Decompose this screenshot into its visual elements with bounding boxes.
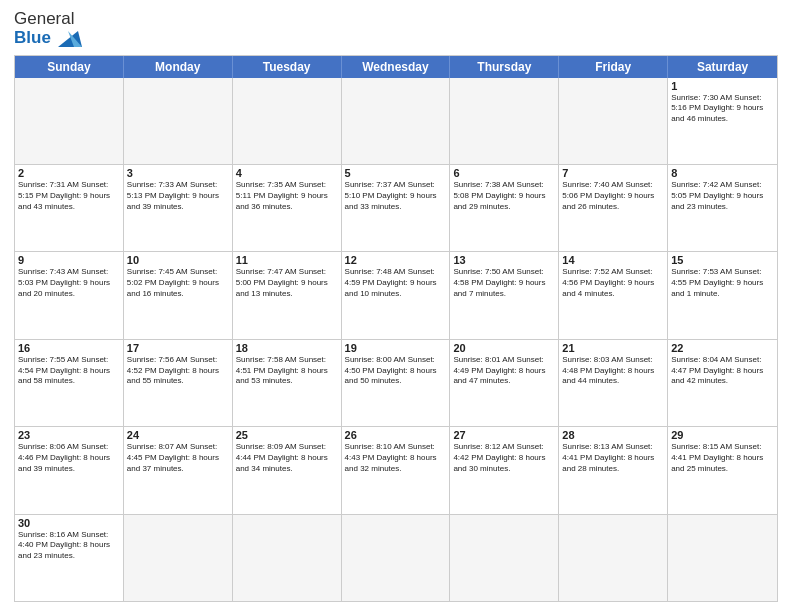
day-number: 23 bbox=[18, 429, 120, 441]
day-info: Sunrise: 7:47 AM Sunset: 5:00 PM Dayligh… bbox=[236, 267, 338, 299]
weekday-header-friday: Friday bbox=[559, 56, 668, 78]
header: General Blue bbox=[14, 10, 778, 49]
weekday-header-tuesday: Tuesday bbox=[233, 56, 342, 78]
day-cell-10: 10Sunrise: 7:45 AM Sunset: 5:02 PM Dayli… bbox=[124, 252, 233, 338]
day-number: 17 bbox=[127, 342, 229, 354]
day-number: 26 bbox=[345, 429, 447, 441]
day-number: 15 bbox=[671, 254, 774, 266]
day-cell-19: 19Sunrise: 8:00 AM Sunset: 4:50 PM Dayli… bbox=[342, 340, 451, 426]
day-info: Sunrise: 7:38 AM Sunset: 5:08 PM Dayligh… bbox=[453, 180, 555, 212]
day-cell-22: 22Sunrise: 8:04 AM Sunset: 4:47 PM Dayli… bbox=[668, 340, 777, 426]
day-number: 22 bbox=[671, 342, 774, 354]
weekday-header-sunday: Sunday bbox=[15, 56, 124, 78]
calendar: SundayMondayTuesdayWednesdayThursdayFrid… bbox=[14, 55, 778, 602]
day-number: 10 bbox=[127, 254, 229, 266]
logo: General Blue bbox=[14, 10, 82, 49]
empty-cell-0-0 bbox=[15, 78, 124, 164]
day-info: Sunrise: 8:00 AM Sunset: 4:50 PM Dayligh… bbox=[345, 355, 447, 387]
day-cell-23: 23Sunrise: 8:06 AM Sunset: 4:46 PM Dayli… bbox=[15, 427, 124, 513]
calendar-row-5: 30Sunrise: 8:16 AM Sunset: 4:40 PM Dayli… bbox=[15, 514, 777, 601]
day-cell-17: 17Sunrise: 7:56 AM Sunset: 4:52 PM Dayli… bbox=[124, 340, 233, 426]
weekday-header-thursday: Thursday bbox=[450, 56, 559, 78]
day-cell-9: 9Sunrise: 7:43 AM Sunset: 5:03 PM Daylig… bbox=[15, 252, 124, 338]
day-cell-28: 28Sunrise: 8:13 AM Sunset: 4:41 PM Dayli… bbox=[559, 427, 668, 513]
day-info: Sunrise: 8:12 AM Sunset: 4:42 PM Dayligh… bbox=[453, 442, 555, 474]
day-number: 6 bbox=[453, 167, 555, 179]
day-number: 30 bbox=[18, 517, 120, 529]
day-cell-26: 26Sunrise: 8:10 AM Sunset: 4:43 PM Dayli… bbox=[342, 427, 451, 513]
empty-cell-5-6 bbox=[668, 515, 777, 601]
day-info: Sunrise: 7:40 AM Sunset: 5:06 PM Dayligh… bbox=[562, 180, 664, 212]
day-number: 12 bbox=[345, 254, 447, 266]
day-number: 28 bbox=[562, 429, 664, 441]
day-info: Sunrise: 7:42 AM Sunset: 5:05 PM Dayligh… bbox=[671, 180, 774, 212]
day-number: 16 bbox=[18, 342, 120, 354]
day-number: 11 bbox=[236, 254, 338, 266]
empty-cell-0-4 bbox=[450, 78, 559, 164]
day-info: Sunrise: 7:48 AM Sunset: 4:59 PM Dayligh… bbox=[345, 267, 447, 299]
day-cell-21: 21Sunrise: 8:03 AM Sunset: 4:48 PM Dayli… bbox=[559, 340, 668, 426]
day-info: Sunrise: 7:56 AM Sunset: 4:52 PM Dayligh… bbox=[127, 355, 229, 387]
day-info: Sunrise: 8:07 AM Sunset: 4:45 PM Dayligh… bbox=[127, 442, 229, 474]
day-info: Sunrise: 8:01 AM Sunset: 4:49 PM Dayligh… bbox=[453, 355, 555, 387]
weekday-header-saturday: Saturday bbox=[668, 56, 777, 78]
day-cell-18: 18Sunrise: 7:58 AM Sunset: 4:51 PM Dayli… bbox=[233, 340, 342, 426]
weekday-header-monday: Monday bbox=[124, 56, 233, 78]
day-info: Sunrise: 8:16 AM Sunset: 4:40 PM Dayligh… bbox=[18, 530, 120, 562]
day-number: 7 bbox=[562, 167, 664, 179]
day-number: 25 bbox=[236, 429, 338, 441]
day-info: Sunrise: 7:52 AM Sunset: 4:56 PM Dayligh… bbox=[562, 267, 664, 299]
calendar-row-4: 23Sunrise: 8:06 AM Sunset: 4:46 PM Dayli… bbox=[15, 426, 777, 513]
day-cell-20: 20Sunrise: 8:01 AM Sunset: 4:49 PM Dayli… bbox=[450, 340, 559, 426]
day-cell-12: 12Sunrise: 7:48 AM Sunset: 4:59 PM Dayli… bbox=[342, 252, 451, 338]
day-info: Sunrise: 8:04 AM Sunset: 4:47 PM Dayligh… bbox=[671, 355, 774, 387]
day-number: 8 bbox=[671, 167, 774, 179]
empty-cell-0-2 bbox=[233, 78, 342, 164]
calendar-row-2: 9Sunrise: 7:43 AM Sunset: 5:03 PM Daylig… bbox=[15, 251, 777, 338]
calendar-row-1: 2Sunrise: 7:31 AM Sunset: 5:15 PM Daylig… bbox=[15, 164, 777, 251]
day-cell-30: 30Sunrise: 8:16 AM Sunset: 4:40 PM Dayli… bbox=[15, 515, 124, 601]
day-cell-2: 2Sunrise: 7:31 AM Sunset: 5:15 PM Daylig… bbox=[15, 165, 124, 251]
day-number: 13 bbox=[453, 254, 555, 266]
day-cell-1: 1Sunrise: 7:30 AM Sunset: 5:16 PM Daylig… bbox=[668, 78, 777, 164]
calendar-row-0: 1Sunrise: 7:30 AM Sunset: 5:16 PM Daylig… bbox=[15, 78, 777, 164]
empty-cell-5-3 bbox=[342, 515, 451, 601]
day-cell-6: 6Sunrise: 7:38 AM Sunset: 5:08 PM Daylig… bbox=[450, 165, 559, 251]
day-number: 18 bbox=[236, 342, 338, 354]
day-info: Sunrise: 7:31 AM Sunset: 5:15 PM Dayligh… bbox=[18, 180, 120, 212]
day-info: Sunrise: 7:35 AM Sunset: 5:11 PM Dayligh… bbox=[236, 180, 338, 212]
day-cell-14: 14Sunrise: 7:52 AM Sunset: 4:56 PM Dayli… bbox=[559, 252, 668, 338]
day-cell-11: 11Sunrise: 7:47 AM Sunset: 5:00 PM Dayli… bbox=[233, 252, 342, 338]
day-cell-29: 29Sunrise: 8:15 AM Sunset: 4:41 PM Dayli… bbox=[668, 427, 777, 513]
day-cell-7: 7Sunrise: 7:40 AM Sunset: 5:06 PM Daylig… bbox=[559, 165, 668, 251]
empty-cell-0-3 bbox=[342, 78, 451, 164]
day-cell-5: 5Sunrise: 7:37 AM Sunset: 5:10 PM Daylig… bbox=[342, 165, 451, 251]
day-info: Sunrise: 8:09 AM Sunset: 4:44 PM Dayligh… bbox=[236, 442, 338, 474]
day-cell-3: 3Sunrise: 7:33 AM Sunset: 5:13 PM Daylig… bbox=[124, 165, 233, 251]
day-cell-13: 13Sunrise: 7:50 AM Sunset: 4:58 PM Dayli… bbox=[450, 252, 559, 338]
page: General Blue SundayMondayTuesdayWednesda… bbox=[0, 0, 792, 612]
empty-cell-5-5 bbox=[559, 515, 668, 601]
weekday-header-wednesday: Wednesday bbox=[342, 56, 451, 78]
day-number: 29 bbox=[671, 429, 774, 441]
day-info: Sunrise: 8:03 AM Sunset: 4:48 PM Dayligh… bbox=[562, 355, 664, 387]
calendar-header: SundayMondayTuesdayWednesdayThursdayFrid… bbox=[15, 56, 777, 78]
day-info: Sunrise: 8:06 AM Sunset: 4:46 PM Dayligh… bbox=[18, 442, 120, 474]
logo-wordmark: General Blue bbox=[14, 10, 82, 49]
day-info: Sunrise: 7:58 AM Sunset: 4:51 PM Dayligh… bbox=[236, 355, 338, 387]
day-cell-8: 8Sunrise: 7:42 AM Sunset: 5:05 PM Daylig… bbox=[668, 165, 777, 251]
day-info: Sunrise: 7:53 AM Sunset: 4:55 PM Dayligh… bbox=[671, 267, 774, 299]
calendar-body: 1Sunrise: 7:30 AM Sunset: 5:16 PM Daylig… bbox=[15, 78, 777, 601]
day-info: Sunrise: 8:13 AM Sunset: 4:41 PM Dayligh… bbox=[562, 442, 664, 474]
empty-cell-5-4 bbox=[450, 515, 559, 601]
day-info: Sunrise: 7:45 AM Sunset: 5:02 PM Dayligh… bbox=[127, 267, 229, 299]
day-number: 5 bbox=[345, 167, 447, 179]
day-number: 27 bbox=[453, 429, 555, 441]
day-info: Sunrise: 7:33 AM Sunset: 5:13 PM Dayligh… bbox=[127, 180, 229, 212]
day-cell-24: 24Sunrise: 8:07 AM Sunset: 4:45 PM Dayli… bbox=[124, 427, 233, 513]
day-info: Sunrise: 7:37 AM Sunset: 5:10 PM Dayligh… bbox=[345, 180, 447, 212]
empty-cell-0-5 bbox=[559, 78, 668, 164]
day-number: 24 bbox=[127, 429, 229, 441]
day-info: Sunrise: 8:10 AM Sunset: 4:43 PM Dayligh… bbox=[345, 442, 447, 474]
day-info: Sunrise: 8:15 AM Sunset: 4:41 PM Dayligh… bbox=[671, 442, 774, 474]
